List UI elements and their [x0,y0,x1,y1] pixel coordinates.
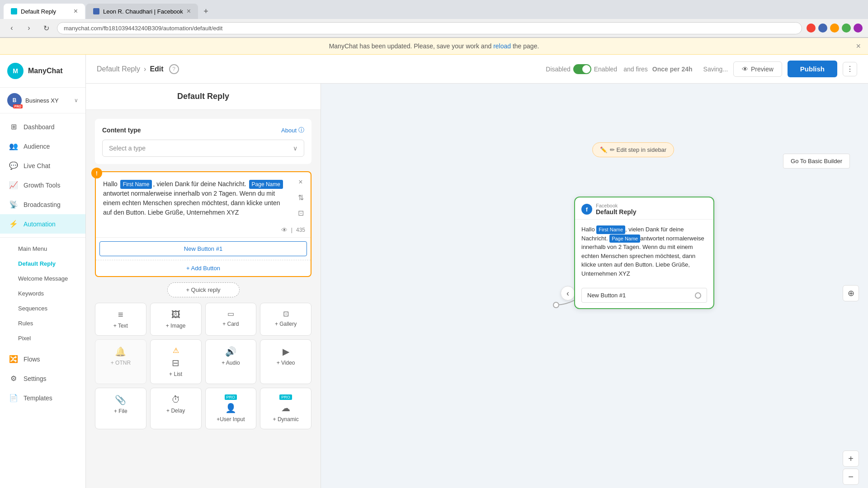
sidebar-item-welcome-message[interactable]: Welcome Message [0,271,85,286]
add-list-button[interactable]: ⚠ ⊟ + List [150,339,202,384]
add-file-button[interactable]: 📎 + File [95,388,146,429]
zoom-out-button[interactable]: − [843,469,859,485]
duplicate-card-button[interactable]: ⊡ [294,206,307,219]
edit-step-icon: ✏️ [600,146,607,153]
enabled-toggle[interactable] [573,64,591,74]
add-image-label: + Image [166,323,186,329]
pro-badge: PRO [13,104,23,108]
add-audio-label: + Audio [222,360,240,366]
update-text-after: the page. [513,42,539,50]
sidebar-label-growth-tools: Growth Tools [24,182,60,189]
message-card: ! × ⇅ ⊡ Hallo First Name, vielen Dank fü… [95,171,311,277]
preview-button[interactable]: 👁 Preview [733,61,782,77]
left-panel: Default Reply Content type About ⓘ Selec [86,84,321,488]
preview-label: Preview [751,66,774,73]
section-title: Content type [102,127,141,134]
add-dynamic-button[interactable]: PRO ☁ + Dynamic [260,388,311,429]
sidebar-label-dashboard: Dashboard [24,123,55,131]
templates-icon: 📄 [9,394,18,402]
more-options-button[interactable]: ⋮ [843,62,857,76]
move-card-button[interactable]: ⇅ [294,191,307,204]
audience-icon: 👥 [9,142,18,150]
add-text-button[interactable]: ≡ + Text [95,303,146,336]
add-user-input-button[interactable]: PRO 👤 +User Input [205,388,257,429]
quick-reply-button[interactable]: + Quick reply [167,282,240,297]
add-user-input-label: +User Input [217,416,245,422]
edit-step-hint[interactable]: ✏️ ✏ Edit step in sidebar [592,142,674,157]
sidebar-item-live-chat[interactable]: 💬 Live Chat [0,156,85,175]
close-card-button[interactable]: × [294,176,307,188]
sidebar-item-sequences[interactable]: Sequences [0,301,85,316]
content-type-dropdown[interactable]: Select a type ∨ [102,140,304,157]
sidebar-item-pixel[interactable]: Pixel [0,331,85,346]
add-image-button[interactable]: 🖼 + Image [150,303,202,336]
zoom-in-button[interactable]: + [843,450,859,467]
section-header: Content type About ⓘ [102,126,304,134]
sidebar-item-settings[interactable]: ⚙ Settings [0,369,85,388]
add-otnr-label: + OTNR [111,360,131,366]
dynamic-icon: ☁ [281,403,290,413]
fb-card-button[interactable]: New Button #1 [581,288,707,303]
add-audio-button[interactable]: 🔊 + Audio [205,339,257,384]
sidebar-item-broadcasting[interactable]: 📡 Broadcasting [0,195,85,214]
fb-card-title: Default Reply [596,208,636,216]
canvas[interactable]: ✏️ ✏ Edit step in sidebar Go To Basic Bu… [321,84,868,488]
tab-inactive[interactable]: Leon R. Chaudhari | Facebook × [86,4,198,19]
tab-active[interactable]: Default Reply × [4,4,85,19]
panel-title: Default Reply [86,84,321,110]
add-video-label: + Video [277,360,295,366]
refresh-button[interactable]: ↻ [40,22,52,34]
facebook-card[interactable]: f Facebook Default Reply Hallo First Nam… [574,197,714,309]
tab-close-inactive[interactable]: × [187,7,191,15]
list-warning-icon: ⚠ [173,346,179,355]
fb-message-part1: Hallo [581,226,596,233]
add-delay-button[interactable]: ⏱ + Delay [150,388,202,429]
breadcrumb-current: Edit [150,65,163,73]
enabled-label: Enabled [594,66,617,73]
header: Default Reply › Edit ? Disabled Enabled … [86,55,868,84]
sidebar-item-growth-tools[interactable]: 📈 Growth Tools [0,175,85,195]
help-button[interactable]: ? [169,64,179,74]
sidebar-label-settings: Settings [24,375,47,382]
sidebar-item-templates[interactable]: 📄 Templates [0,388,85,408]
new-tab-button[interactable]: + [199,4,213,19]
breadcrumb-parent[interactable]: Default Reply [97,65,140,73]
sidebar-item-main-menu[interactable]: Main Menu [0,241,85,256]
add-gallery-button[interactable]: ⊡ + Gallery [260,303,311,336]
business-selector[interactable]: B PRO Business XY ∨ [0,88,85,113]
sidebar-label-audience: Audience [24,143,50,150]
select-placeholder: Select a type [109,145,146,152]
add-otnr-button: 🔔 + OTNR [95,339,146,384]
update-bar-close[interactable]: × [856,42,861,51]
sidebar-item-default-reply[interactable]: Default Reply [0,256,85,271]
browser-icon-3 [830,23,839,33]
canvas-tool-snap[interactable]: ⊕ [843,285,859,301]
publish-button[interactable]: Publish [788,61,837,77]
sidebar-item-automation[interactable]: ⚡ Automation [0,214,85,234]
sidebar-item-audience[interactable]: 👥 Audience [0,136,85,156]
back-button[interactable]: ‹ [5,22,18,34]
sidebar-label-automation: Automation [24,221,56,228]
breadcrumb: Default Reply › Edit [97,65,164,73]
canvas-zoom: + − [843,450,859,485]
add-card-button[interactable]: ▭ + Card [205,303,257,336]
add-button-row[interactable]: + Add Button [96,260,311,276]
add-video-button[interactable]: ▶ + Video [260,339,311,384]
char-count-row: 👁 | 435 [96,225,311,237]
forward-button[interactable]: › [23,22,35,34]
sidebar-item-rules[interactable]: Rules [0,316,85,331]
svg-point-0 [553,302,559,308]
reload-link[interactable]: reload [493,42,511,50]
tab-close-active[interactable]: × [74,7,78,15]
sidebar-item-dashboard[interactable]: ⊞ Dashboard [0,117,85,136]
fb-card-body: Hallo First Name, vielen Dank für deine … [575,220,713,283]
go-to-basic-builder-button[interactable]: Go To Basic Builder [783,154,850,169]
message-body[interactable]: Hallo First Name, vielen Dank für deine … [96,172,311,225]
canvas-nav-left-button[interactable]: ‹ [561,286,575,300]
browser-icons [807,23,863,33]
address-bar[interactable]: manychat.com/fb181039443240B309/automati… [57,22,802,34]
about-link[interactable]: About ⓘ [281,126,304,134]
message-button-1[interactable]: New Button #1 [99,241,307,256]
sidebar-item-flows[interactable]: 🔀 Flows [0,349,85,369]
sidebar-item-keywords[interactable]: Keywords [0,286,85,301]
